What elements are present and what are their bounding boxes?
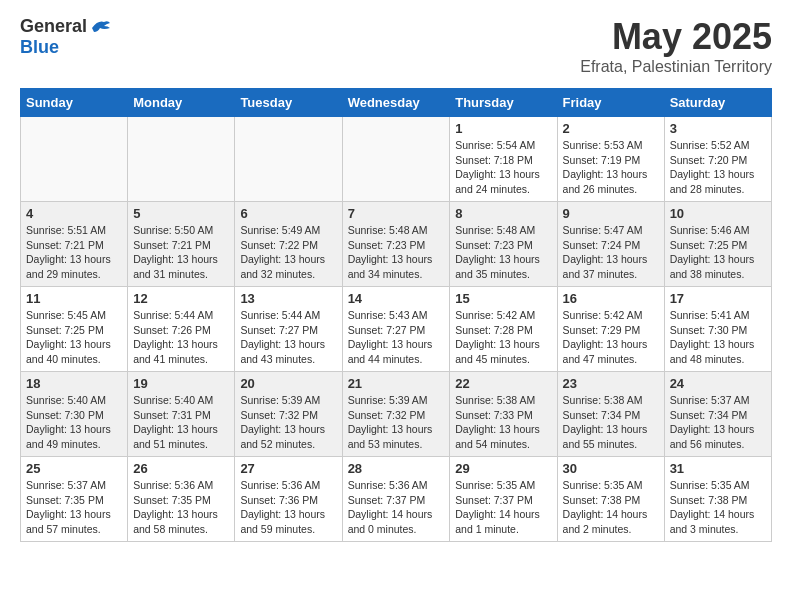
day-number: 20 <box>240 376 336 391</box>
day-info: Sunrise: 5:49 AM Sunset: 7:22 PM Dayligh… <box>240 223 336 282</box>
day-info: Sunrise: 5:36 AM Sunset: 7:37 PM Dayligh… <box>348 478 445 537</box>
calendar-cell: 11Sunrise: 5:45 AM Sunset: 7:25 PM Dayli… <box>21 287 128 372</box>
day-info: Sunrise: 5:47 AM Sunset: 7:24 PM Dayligh… <box>563 223 659 282</box>
calendar-cell <box>342 117 450 202</box>
day-number: 11 <box>26 291 122 306</box>
day-number: 22 <box>455 376 551 391</box>
calendar-cell: 2Sunrise: 5:53 AM Sunset: 7:19 PM Daylig… <box>557 117 664 202</box>
calendar-cell: 31Sunrise: 5:35 AM Sunset: 7:38 PM Dayli… <box>664 457 771 542</box>
day-number: 2 <box>563 121 659 136</box>
calendar-cell: 7Sunrise: 5:48 AM Sunset: 7:23 PM Daylig… <box>342 202 450 287</box>
calendar-cell: 23Sunrise: 5:38 AM Sunset: 7:34 PM Dayli… <box>557 372 664 457</box>
month-title: May 2025 <box>580 16 772 58</box>
calendar-cell: 5Sunrise: 5:50 AM Sunset: 7:21 PM Daylig… <box>128 202 235 287</box>
calendar-cell: 4Sunrise: 5:51 AM Sunset: 7:21 PM Daylig… <box>21 202 128 287</box>
calendar-cell <box>128 117 235 202</box>
day-number: 4 <box>26 206 122 221</box>
calendar-cell: 10Sunrise: 5:46 AM Sunset: 7:25 PM Dayli… <box>664 202 771 287</box>
calendar-cell: 26Sunrise: 5:36 AM Sunset: 7:35 PM Dayli… <box>128 457 235 542</box>
calendar-week-row: 11Sunrise: 5:45 AM Sunset: 7:25 PM Dayli… <box>21 287 772 372</box>
day-info: Sunrise: 5:46 AM Sunset: 7:25 PM Dayligh… <box>670 223 766 282</box>
logo-bird-icon <box>90 18 112 36</box>
calendar-cell: 29Sunrise: 5:35 AM Sunset: 7:37 PM Dayli… <box>450 457 557 542</box>
day-info: Sunrise: 5:48 AM Sunset: 7:23 PM Dayligh… <box>348 223 445 282</box>
day-info: Sunrise: 5:54 AM Sunset: 7:18 PM Dayligh… <box>455 138 551 197</box>
day-number: 10 <box>670 206 766 221</box>
day-number: 21 <box>348 376 445 391</box>
day-info: Sunrise: 5:45 AM Sunset: 7:25 PM Dayligh… <box>26 308 122 367</box>
day-number: 12 <box>133 291 229 306</box>
day-number: 31 <box>670 461 766 476</box>
logo-general: General <box>20 16 87 37</box>
weekday-header-sunday: Sunday <box>21 89 128 117</box>
location-title: Efrata, Palestinian Territory <box>580 58 772 76</box>
day-number: 15 <box>455 291 551 306</box>
weekday-header-tuesday: Tuesday <box>235 89 342 117</box>
day-number: 29 <box>455 461 551 476</box>
calendar-cell: 25Sunrise: 5:37 AM Sunset: 7:35 PM Dayli… <box>21 457 128 542</box>
day-number: 1 <box>455 121 551 136</box>
day-info: Sunrise: 5:48 AM Sunset: 7:23 PM Dayligh… <box>455 223 551 282</box>
day-info: Sunrise: 5:44 AM Sunset: 7:26 PM Dayligh… <box>133 308 229 367</box>
calendar-cell: 18Sunrise: 5:40 AM Sunset: 7:30 PM Dayli… <box>21 372 128 457</box>
calendar-cell: 24Sunrise: 5:37 AM Sunset: 7:34 PM Dayli… <box>664 372 771 457</box>
calendar-cell: 12Sunrise: 5:44 AM Sunset: 7:26 PM Dayli… <box>128 287 235 372</box>
day-info: Sunrise: 5:37 AM Sunset: 7:34 PM Dayligh… <box>670 393 766 452</box>
calendar-cell: 15Sunrise: 5:42 AM Sunset: 7:28 PM Dayli… <box>450 287 557 372</box>
calendar-cell: 3Sunrise: 5:52 AM Sunset: 7:20 PM Daylig… <box>664 117 771 202</box>
logo: General Blue <box>20 16 112 58</box>
day-number: 7 <box>348 206 445 221</box>
day-number: 26 <box>133 461 229 476</box>
calendar-cell: 6Sunrise: 5:49 AM Sunset: 7:22 PM Daylig… <box>235 202 342 287</box>
day-number: 13 <box>240 291 336 306</box>
day-number: 8 <box>455 206 551 221</box>
calendar-cell: 17Sunrise: 5:41 AM Sunset: 7:30 PM Dayli… <box>664 287 771 372</box>
calendar-cell: 22Sunrise: 5:38 AM Sunset: 7:33 PM Dayli… <box>450 372 557 457</box>
day-number: 14 <box>348 291 445 306</box>
day-number: 28 <box>348 461 445 476</box>
day-info: Sunrise: 5:39 AM Sunset: 7:32 PM Dayligh… <box>348 393 445 452</box>
calendar-table: SundayMondayTuesdayWednesdayThursdayFrid… <box>20 88 772 542</box>
day-info: Sunrise: 5:38 AM Sunset: 7:33 PM Dayligh… <box>455 393 551 452</box>
weekday-header-monday: Monday <box>128 89 235 117</box>
calendar-cell: 28Sunrise: 5:36 AM Sunset: 7:37 PM Dayli… <box>342 457 450 542</box>
page-header: General Blue May 2025 Efrata, Palestinia… <box>20 16 772 76</box>
day-info: Sunrise: 5:42 AM Sunset: 7:28 PM Dayligh… <box>455 308 551 367</box>
day-info: Sunrise: 5:36 AM Sunset: 7:35 PM Dayligh… <box>133 478 229 537</box>
day-info: Sunrise: 5:52 AM Sunset: 7:20 PM Dayligh… <box>670 138 766 197</box>
weekday-header-wednesday: Wednesday <box>342 89 450 117</box>
calendar-cell: 27Sunrise: 5:36 AM Sunset: 7:36 PM Dayli… <box>235 457 342 542</box>
day-info: Sunrise: 5:44 AM Sunset: 7:27 PM Dayligh… <box>240 308 336 367</box>
calendar-cell: 21Sunrise: 5:39 AM Sunset: 7:32 PM Dayli… <box>342 372 450 457</box>
day-number: 24 <box>670 376 766 391</box>
day-number: 18 <box>26 376 122 391</box>
day-info: Sunrise: 5:39 AM Sunset: 7:32 PM Dayligh… <box>240 393 336 452</box>
calendar-week-row: 1Sunrise: 5:54 AM Sunset: 7:18 PM Daylig… <box>21 117 772 202</box>
logo-blue: Blue <box>20 37 112 58</box>
day-info: Sunrise: 5:41 AM Sunset: 7:30 PM Dayligh… <box>670 308 766 367</box>
day-info: Sunrise: 5:35 AM Sunset: 7:37 PM Dayligh… <box>455 478 551 537</box>
calendar-week-row: 18Sunrise: 5:40 AM Sunset: 7:30 PM Dayli… <box>21 372 772 457</box>
day-number: 19 <box>133 376 229 391</box>
day-number: 17 <box>670 291 766 306</box>
calendar-cell: 9Sunrise: 5:47 AM Sunset: 7:24 PM Daylig… <box>557 202 664 287</box>
calendar-cell: 16Sunrise: 5:42 AM Sunset: 7:29 PM Dayli… <box>557 287 664 372</box>
calendar-cell <box>235 117 342 202</box>
calendar-week-row: 25Sunrise: 5:37 AM Sunset: 7:35 PM Dayli… <box>21 457 772 542</box>
day-info: Sunrise: 5:37 AM Sunset: 7:35 PM Dayligh… <box>26 478 122 537</box>
calendar-cell: 30Sunrise: 5:35 AM Sunset: 7:38 PM Dayli… <box>557 457 664 542</box>
day-info: Sunrise: 5:50 AM Sunset: 7:21 PM Dayligh… <box>133 223 229 282</box>
calendar-cell: 20Sunrise: 5:39 AM Sunset: 7:32 PM Dayli… <box>235 372 342 457</box>
day-info: Sunrise: 5:51 AM Sunset: 7:21 PM Dayligh… <box>26 223 122 282</box>
calendar-cell: 8Sunrise: 5:48 AM Sunset: 7:23 PM Daylig… <box>450 202 557 287</box>
calendar-cell: 14Sunrise: 5:43 AM Sunset: 7:27 PM Dayli… <box>342 287 450 372</box>
day-number: 6 <box>240 206 336 221</box>
day-info: Sunrise: 5:43 AM Sunset: 7:27 PM Dayligh… <box>348 308 445 367</box>
weekday-header-thursday: Thursday <box>450 89 557 117</box>
day-number: 16 <box>563 291 659 306</box>
title-block: May 2025 Efrata, Palestinian Territory <box>580 16 772 76</box>
calendar-week-row: 4Sunrise: 5:51 AM Sunset: 7:21 PM Daylig… <box>21 202 772 287</box>
day-info: Sunrise: 5:42 AM Sunset: 7:29 PM Dayligh… <box>563 308 659 367</box>
weekday-header-friday: Friday <box>557 89 664 117</box>
day-info: Sunrise: 5:38 AM Sunset: 7:34 PM Dayligh… <box>563 393 659 452</box>
